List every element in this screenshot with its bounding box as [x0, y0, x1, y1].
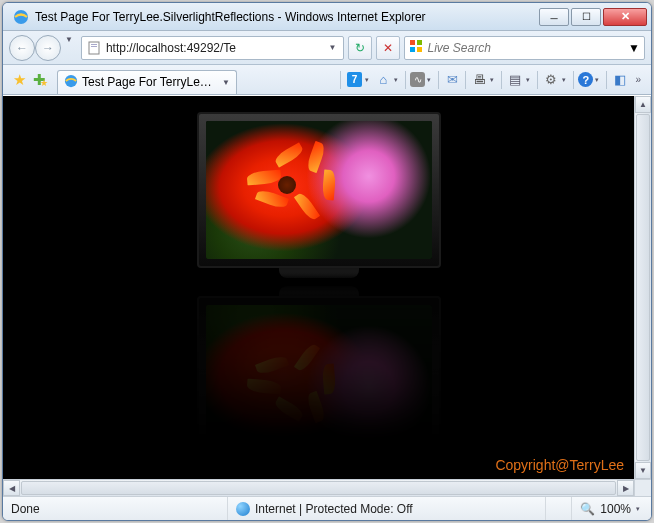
browser-window: Test Page For TerryLee.SilverlightReflec… — [2, 2, 652, 521]
page-icon — [86, 40, 102, 56]
minimize-button[interactable] — [539, 8, 569, 26]
window-controls — [539, 8, 647, 26]
status-text-pane: Done — [3, 497, 228, 520]
scroll-up-button[interactable]: ▲ — [635, 96, 651, 113]
favorites-star-icon[interactable]: ★ — [9, 70, 29, 90]
zoom-pane[interactable]: 🔍 100% ▾ — [572, 497, 651, 520]
home-icon[interactable]: ⌂ — [374, 71, 392, 89]
status-empty-pane — [546, 497, 572, 520]
address-dropdown[interactable]: ▼ — [326, 43, 340, 52]
horizontal-scrollbar[interactable]: ◀ ▶ — [3, 479, 634, 496]
horizontal-scrollbar-row: ◀ ▶ — [3, 479, 651, 496]
tab-title: Test Page For TerryLee.... — [82, 75, 218, 89]
help-icon[interactable]: ? — [578, 72, 593, 87]
seven-icon[interactable]: 7 — [345, 71, 363, 89]
scroll-right-button[interactable]: ▶ — [617, 480, 634, 496]
tab-ie-icon — [64, 74, 78, 91]
nav-buttons: ← → ▼ — [9, 35, 77, 61]
print-dropdown[interactable]: ▾ — [490, 76, 494, 84]
feeds-dropdown[interactable]: ▾ — [427, 76, 431, 84]
svg-rect-4 — [410, 40, 415, 45]
page-icon[interactable]: ▤ — [506, 71, 524, 89]
maximize-button[interactable] — [571, 8, 601, 26]
navigation-bar: ← → ▼ http://localhost:49292/Te ▼ ▼ — [3, 31, 651, 65]
vertical-scrollbar[interactable]: ▲ ▼ — [634, 96, 651, 479]
internet-zone-icon — [236, 502, 250, 516]
tab-toolbar: ★ ✚★ Test Page For TerryLee.... ▼ 7 ▾ ⌂ … — [3, 65, 651, 95]
command-bar: 7 ▾ ⌂ ▾ ∿ ▾ ✉ 🖶 ▾ ▤ ▾ ⚙ ▾ ? ▾ ◧ » — [338, 71, 645, 89]
tools-gear-icon[interactable]: ⚙ — [542, 71, 560, 89]
zoom-dropdown[interactable]: ▾ — [636, 505, 640, 513]
copyright-text: Copyright@TerryLee — [495, 457, 624, 473]
scrollbar-corner — [634, 479, 651, 496]
add-favorites-icon[interactable]: ✚★ — [33, 70, 53, 90]
seven-dropdown[interactable]: ▾ — [365, 76, 369, 84]
page-content: Copyright@TerryLee — [3, 96, 634, 479]
svg-rect-2 — [91, 44, 97, 45]
security-zone-text: Internet | Protected Mode: Off — [255, 502, 413, 516]
nav-history-dropdown[interactable]: ▼ — [61, 35, 77, 61]
read-mail-icon[interactable]: ✉ — [443, 71, 461, 89]
title-bar[interactable]: Test Page For TerryLee.SilverlightReflec… — [3, 3, 651, 31]
page-dropdown[interactable]: ▾ — [526, 76, 530, 84]
help-dropdown[interactable]: ▾ — [595, 76, 599, 84]
feeds-icon[interactable]: ∿ — [410, 72, 425, 87]
toolbar-expand-chevron-icon[interactable]: » — [631, 74, 645, 85]
content-area: Copyright@TerryLee ▲ ▼ — [3, 95, 651, 479]
reflection-image — [197, 282, 441, 452]
svg-rect-3 — [91, 46, 97, 47]
search-input[interactable] — [427, 41, 624, 55]
tab-list-dropdown[interactable]: ▼ — [222, 78, 230, 87]
scroll-thumb-v[interactable] — [636, 114, 650, 461]
print-icon[interactable]: 🖶 — [470, 71, 488, 89]
scroll-thumb-h[interactable] — [21, 481, 616, 495]
zoom-level: 100% — [600, 502, 631, 516]
status-bar: Done Internet | Protected Mode: Off 🔍 10… — [3, 496, 651, 520]
svg-rect-5 — [417, 40, 422, 45]
window-title: Test Page For TerryLee.SilverlightReflec… — [35, 10, 539, 24]
svg-rect-1 — [89, 42, 99, 54]
address-bar[interactable]: http://localhost:49292/Te ▼ — [81, 36, 345, 60]
scroll-down-button[interactable]: ▼ — [635, 462, 651, 479]
ie-icon — [13, 9, 29, 25]
home-dropdown[interactable]: ▾ — [394, 76, 398, 84]
tools-dropdown[interactable]: ▾ — [562, 76, 566, 84]
security-zone-pane[interactable]: Internet | Protected Mode: Off — [228, 497, 546, 520]
back-button[interactable]: ← — [9, 35, 35, 61]
search-box[interactable]: ▼ — [404, 36, 645, 60]
browser-tab[interactable]: Test Page For TerryLee.... ▼ — [57, 70, 237, 94]
forward-button[interactable]: → — [35, 35, 61, 61]
refresh-button[interactable] — [348, 36, 372, 60]
status-text: Done — [11, 502, 40, 516]
scroll-left-button[interactable]: ◀ — [3, 480, 20, 496]
address-url: http://localhost:49292/Te — [106, 41, 322, 55]
close-button[interactable] — [603, 8, 647, 26]
svg-rect-6 — [410, 47, 415, 52]
stop-button[interactable] — [376, 36, 400, 60]
research-icon[interactable]: ◧ — [611, 71, 629, 89]
search-provider-icon — [409, 39, 423, 56]
zoom-icon: 🔍 — [580, 502, 595, 516]
search-dropdown[interactable]: ▼ — [628, 41, 640, 55]
tv-display — [197, 112, 441, 278]
svg-rect-7 — [417, 47, 422, 52]
